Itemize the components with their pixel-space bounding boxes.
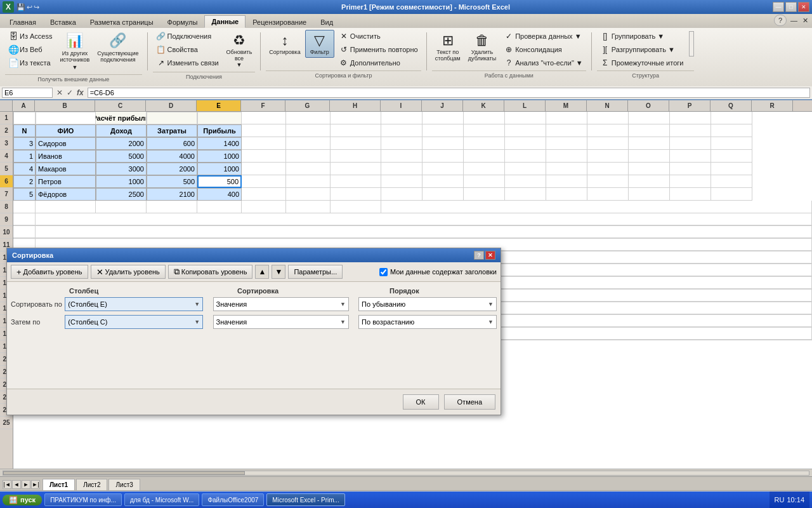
h-scrollbar[interactable] [0, 469, 812, 476]
col-header-k[interactable]: K [463, 100, 504, 111]
cell-b1[interactable] [36, 112, 96, 124]
cell-j5[interactable] [422, 163, 464, 175]
formula-cancel-icon[interactable]: ✕ [55, 88, 64, 97]
col-header-f[interactable]: F [241, 100, 285, 111]
my-data-checkbox[interactable] [379, 268, 388, 276]
btn-other-sources[interactable]: 📊 Из другихисточников ▼ [56, 30, 93, 73]
cell-f4[interactable] [242, 150, 286, 163]
col-header-h[interactable]: H [330, 100, 381, 111]
col-header-a[interactable]: A [13, 100, 35, 111]
cell-d4[interactable]: 4000 [147, 150, 197, 163]
cell-rest-6[interactable] [587, 112, 629, 124]
cell-c1[interactable]: Расчёт прибыли [96, 112, 147, 124]
cell-i7[interactable] [381, 188, 422, 201]
cell-o3[interactable] [629, 137, 670, 150]
cell-l6[interactable] [505, 175, 546, 188]
row-25[interactable]: 25 [0, 417, 13, 429]
btn-advanced[interactable]: ⚙ Дополнительно [336, 57, 421, 69]
col-header-g[interactable]: G [285, 100, 330, 111]
tab-next-btn[interactable]: ► [22, 480, 30, 489]
cell-g2[interactable] [286, 124, 331, 137]
cell-n5[interactable] [587, 163, 629, 175]
cell-g4[interactable] [286, 150, 331, 163]
cell-rest-1[interactable] [381, 112, 422, 124]
cell-f3[interactable] [242, 137, 286, 150]
minimize-btn[interactable]: — [773, 2, 784, 12]
btn-filter[interactable]: ▽ Фильтр [305, 30, 334, 58]
ribbon-minimize-btn[interactable]: — [789, 15, 799, 25]
sheet-tab-3[interactable]: Лист3 [108, 479, 140, 490]
cell-rest-4[interactable] [505, 112, 546, 124]
cell-l3[interactable] [505, 137, 546, 150]
col-header-i[interactable]: I [381, 100, 422, 111]
maximize-btn[interactable]: □ [785, 2, 797, 12]
cell-g1[interactable] [286, 112, 331, 124]
cell-g5[interactable] [286, 163, 331, 175]
cell-m4[interactable] [546, 150, 587, 163]
taskbar-item-2[interactable]: ФайлыOffice2007 [202, 493, 264, 506]
cell-i3[interactable] [381, 137, 422, 150]
cell-a1[interactable] [13, 112, 36, 124]
cell-rest-7[interactable] [629, 112, 670, 124]
cell-c8[interactable] [96, 201, 147, 213]
cell-c5[interactable]: 3000 [96, 163, 147, 175]
tab-dannye[interactable]: Данные [204, 15, 246, 28]
sheet-tab-1[interactable]: Лист1 [43, 479, 75, 490]
cell-k4[interactable] [464, 150, 505, 163]
cell-n3[interactable] [587, 137, 629, 150]
cell-m5[interactable] [546, 163, 587, 175]
formula-confirm-icon[interactable]: ✓ [65, 88, 74, 97]
tab-recenzir[interactable]: Рецензирование [246, 15, 313, 28]
cell-l4[interactable] [505, 150, 546, 163]
cell-j2[interactable] [422, 124, 464, 137]
cell-f6[interactable] [242, 175, 286, 188]
cell-m3[interactable] [546, 137, 587, 150]
btn-consolidate[interactable]: ⊕ Консолидация [501, 43, 586, 56]
cell-h7[interactable] [331, 188, 381, 201]
cell-b5[interactable]: Макаров [36, 163, 96, 175]
cell-p4[interactable] [670, 150, 711, 163]
cell-j7[interactable] [422, 188, 464, 201]
cell-e8[interactable] [197, 201, 242, 213]
row-9[interactable]: 9 [0, 213, 13, 226]
tab-razmetka[interactable]: Разметка страницы [83, 15, 160, 28]
cell-a7[interactable]: 5 [13, 188, 36, 201]
cell-rest-2[interactable] [422, 112, 464, 124]
col-header-l[interactable]: L [504, 100, 546, 111]
cell-j6[interactable] [422, 175, 464, 188]
cell-f1[interactable] [242, 112, 286, 124]
col-header-j[interactable]: J [422, 100, 463, 111]
cell-e7[interactable]: 400 [197, 188, 242, 201]
cell-d8[interactable] [147, 201, 197, 213]
taskbar-item-1[interactable]: для бд - Microsoft W... [124, 493, 199, 506]
col-header-o[interactable]: O [628, 100, 669, 111]
btn-connections[interactable]: 🔗 Подключения [153, 30, 222, 43]
cell-c3[interactable]: 2000 [96, 137, 147, 150]
cell-o4[interactable] [629, 150, 670, 163]
row-1[interactable]: 1 [0, 112, 13, 124]
start-button[interactable]: 🪟 пуск [3, 495, 42, 505]
params-btn[interactable]: Параметры... [288, 265, 343, 279]
btn-ungroup[interactable]: ][ Разгруппировать ▼ [597, 43, 687, 56]
cell-rest-9[interactable] [36, 213, 812, 225]
ribbon-close-btn[interactable]: ✕ [801, 15, 809, 26]
cell-rest-10[interactable] [36, 226, 812, 238]
then-by-column-select[interactable]: (Столбец С) ▼ [65, 315, 203, 329]
cell-c2[interactable]: Доход [96, 124, 147, 137]
cell-b6[interactable]: Петров [36, 175, 96, 188]
move-up-btn[interactable]: ▲ [255, 265, 269, 279]
cell-rest-5[interactable] [546, 112, 587, 124]
cell-p5[interactable] [670, 163, 711, 175]
cell-o2[interactable] [629, 124, 670, 137]
col-header-d[interactable]: D [146, 100, 197, 111]
col-header-n[interactable]: N [587, 100, 628, 111]
cell-b7[interactable]: Фёдоров [36, 188, 96, 201]
formula-input[interactable] [88, 88, 810, 98]
cell-h2[interactable] [331, 124, 381, 137]
cell-q7[interactable] [711, 188, 752, 201]
cell-b8[interactable] [36, 201, 96, 213]
sheet-tab-2[interactable]: Лист2 [76, 479, 107, 490]
btn-edit-links[interactable]: ↗ Изменить связи [153, 57, 222, 69]
cell-n2[interactable] [587, 124, 629, 137]
btn-subtotals[interactable]: Σ Промежуточные итоги [597, 57, 687, 69]
